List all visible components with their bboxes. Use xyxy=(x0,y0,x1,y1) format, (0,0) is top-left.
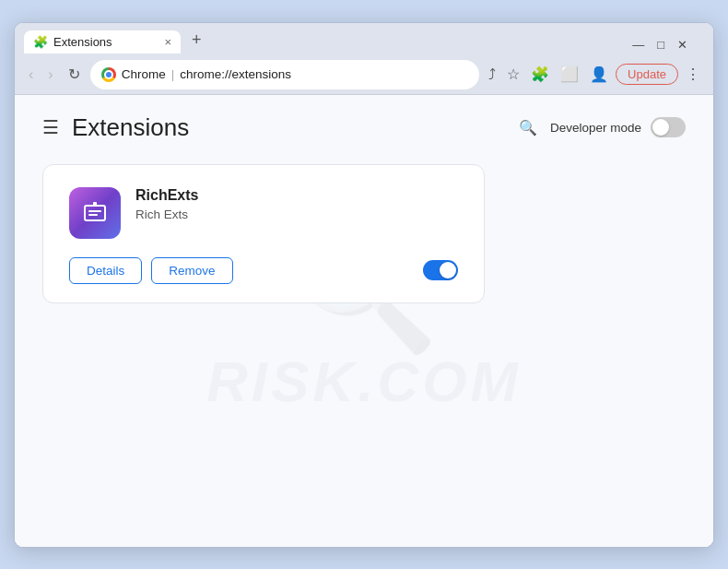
sidebar-icon: ⬜ xyxy=(560,65,579,83)
star-icon: ☆ xyxy=(507,65,520,83)
extension-description: Rich Exts xyxy=(135,207,198,221)
search-icon: 🔍 xyxy=(519,119,537,136)
profile-button[interactable]: 👤 xyxy=(586,63,612,86)
tab-close-button[interactable]: × xyxy=(164,36,171,48)
reload-button[interactable]: ↻ xyxy=(64,64,85,85)
developer-mode-toggle[interactable] xyxy=(651,117,686,137)
tab-row: 🧩 Extensions × + xyxy=(24,29,209,53)
title-bar: 🧩 Extensions × + — □ ✕ xyxy=(15,23,713,55)
hamburger-menu-button[interactable]: ☰ xyxy=(42,116,59,138)
page-title: Extensions xyxy=(72,113,189,142)
title-bar-top: 🧩 Extensions × + — □ ✕ xyxy=(24,29,704,55)
browser-window: 🧩 Extensions × + — □ ✕ ‹ › ↻ Chrome | ch… xyxy=(14,22,714,548)
browser-name: Chrome xyxy=(122,67,166,81)
menu-icon: ⋮ xyxy=(686,65,700,83)
puzzle-icon: 🧩 xyxy=(33,35,48,49)
developer-mode-row: 🔍 Developer mode xyxy=(515,116,686,139)
update-button[interactable]: Update xyxy=(616,64,678,85)
remove-button[interactable]: Remove xyxy=(151,257,232,284)
close-window-button[interactable]: ✕ xyxy=(677,38,687,52)
forward-button[interactable]: › xyxy=(43,65,57,85)
page-content: 🔍 RISK.COM ☰ Extensions 🔍 Developer mode xyxy=(15,95,713,547)
extension-info: RichExts Rich Exts xyxy=(135,187,198,221)
extension-card-footer: Details Remove xyxy=(69,257,458,284)
toolbar-icons: ⤴ ☆ 🧩 ⬜ 👤 Update ⋮ xyxy=(485,63,704,86)
sidebar-button[interactable]: ⬜ xyxy=(557,63,582,86)
share-button[interactable]: ⤴ xyxy=(485,64,499,86)
search-extensions-button[interactable]: 🔍 xyxy=(515,116,541,139)
toolbar: ‹ › ↻ Chrome | chrome://extensions ⤴ ☆ 🧩… xyxy=(15,55,713,95)
extension-card: RichExts Rich Exts Details Remove xyxy=(42,164,485,303)
extensions-title-row: ☰ Extensions xyxy=(42,113,189,142)
svg-rect-3 xyxy=(93,202,97,207)
extension-card-header: RichExts Rich Exts xyxy=(69,187,458,239)
share-icon: ⤴ xyxy=(488,66,496,83)
new-tab-button[interactable]: + xyxy=(184,29,209,52)
extensions-tab[interactable]: 🧩 Extensions × xyxy=(24,30,181,53)
extensions-header: ☰ Extensions 🔍 Developer mode xyxy=(42,113,686,142)
menu-button[interactable]: ⋮ xyxy=(682,63,704,86)
tab-title: Extensions xyxy=(53,35,159,49)
minimize-button[interactable]: — xyxy=(632,38,644,52)
svg-rect-0 xyxy=(85,206,105,220)
extension-name: RichExts xyxy=(135,187,198,204)
details-button[interactable]: Details xyxy=(69,257,142,284)
extensions-toolbar-button[interactable]: 🧩 xyxy=(527,63,553,86)
address-separator: | xyxy=(171,67,175,81)
richexts-icon-svg xyxy=(81,199,109,227)
extension-buttons: Details Remove xyxy=(69,257,233,284)
developer-mode-label: Developer mode xyxy=(550,121,641,135)
extension-icon xyxy=(69,187,121,239)
extensions-page: 🔍 RISK.COM ☰ Extensions 🔍 Developer mode xyxy=(15,95,713,547)
maximize-button[interactable]: □ xyxy=(657,38,664,52)
chrome-logo-icon xyxy=(101,67,116,82)
window-controls: — □ ✕ xyxy=(632,38,687,52)
address-url: chrome://extensions xyxy=(180,67,291,81)
extension-toggle[interactable] xyxy=(423,260,458,280)
watermark-text: RISK.COM xyxy=(206,348,522,413)
address-bar[interactable]: Chrome | chrome://extensions xyxy=(90,60,479,89)
back-button[interactable]: ‹ xyxy=(24,65,38,85)
puzzle-toolbar-icon: 🧩 xyxy=(531,65,549,83)
bookmark-button[interactable]: ☆ xyxy=(503,63,523,86)
profile-icon: 👤 xyxy=(590,65,608,83)
